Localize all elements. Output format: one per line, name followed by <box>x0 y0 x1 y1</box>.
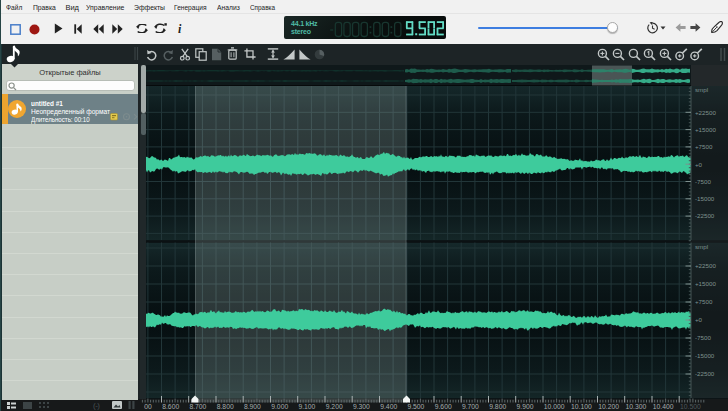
svg-text:+7500: +7500 <box>695 298 713 305</box>
svg-text:9.700: 9.700 <box>462 403 479 410</box>
svg-text:+0: +0 <box>695 161 703 168</box>
svg-text:10.000: 10.000 <box>544 403 565 410</box>
svg-text:10.400: 10.400 <box>653 403 674 410</box>
svg-text:smpl: smpl <box>695 243 708 250</box>
svg-text:8.900: 8.900 <box>244 403 261 410</box>
svg-text:9.900: 9.900 <box>517 403 534 410</box>
svg-text:+22500: +22500 <box>695 262 716 269</box>
svg-text:-7500: -7500 <box>695 178 711 185</box>
svg-text:-15000: -15000 <box>695 352 715 359</box>
svg-text:9.800: 9.800 <box>489 403 506 410</box>
svg-text:10.100: 10.100 <box>571 403 592 410</box>
svg-text:8.500: 8.500 <box>135 403 152 410</box>
svg-text:8.700: 8.700 <box>189 403 206 410</box>
svg-text:+0: +0 <box>695 316 703 323</box>
svg-text:9.400: 9.400 <box>380 403 397 410</box>
svg-text:9.300: 9.300 <box>353 403 370 410</box>
svg-text:10.500: 10.500 <box>680 403 701 410</box>
svg-text:-22500: -22500 <box>695 212 715 219</box>
svg-text:-7500: -7500 <box>695 334 711 341</box>
svg-text:10.300: 10.300 <box>626 403 647 410</box>
svg-text:9.000: 9.000 <box>271 403 288 410</box>
svg-text:9.200: 9.200 <box>326 403 343 410</box>
svg-text:9.600: 9.600 <box>435 403 452 410</box>
svg-text:9.100: 9.100 <box>298 403 315 410</box>
svg-text:-15000: -15000 <box>695 195 715 202</box>
svg-text:9.500: 9.500 <box>407 403 424 410</box>
svg-text:smpl: smpl <box>695 86 708 93</box>
svg-text:+7500: +7500 <box>695 143 713 150</box>
svg-text:8.600: 8.600 <box>162 403 179 410</box>
svg-text:-22500: -22500 <box>695 370 715 377</box>
svg-text:8.800: 8.800 <box>217 403 234 410</box>
svg-text:+15000: +15000 <box>695 126 716 133</box>
svg-text:+15000: +15000 <box>695 280 716 287</box>
svg-text:+22500: +22500 <box>695 109 716 116</box>
svg-text:10.200: 10.200 <box>598 403 619 410</box>
